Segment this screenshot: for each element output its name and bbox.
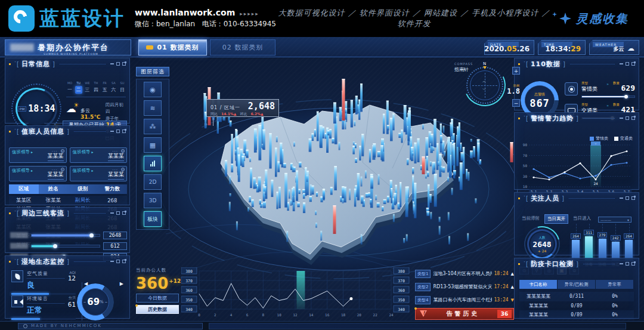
svg-text:380: 380 [398, 269, 405, 274]
svg-text:370: 370 [185, 279, 193, 283]
alert-row[interactable]: 类型1湿地3-104片区有不明人员闯入18:24▲ [415, 269, 514, 279]
alert-row[interactable]: 类型4某路口有小汽车连闯三个红灯13:24▼ [415, 295, 514, 305]
dashboard-header: 暑期办公协作平台 SUMMER WORKING PLATFORM 01 数据类别… [0, 37, 644, 57]
checkpoint-rate: 0% [596, 294, 634, 299]
star-icon [559, 13, 571, 24]
flow-track[interactable] [31, 234, 100, 237]
svg-text:380: 380 [185, 269, 193, 274]
checkpoint-header[interactable]: 卡口名称 [519, 280, 558, 289]
tab-chip-icon [146, 45, 153, 50]
svg-text:14: 14 [309, 313, 314, 317]
building-icon[interactable]: ▦ [144, 137, 162, 153]
today-data-button[interactable]: 今日数据 [136, 294, 179, 303]
mode-3d[interactable]: 3D [144, 193, 162, 208]
weekday-su[interactable]: SU日 [119, 81, 126, 94]
gauge-right-arrow[interactable]: ▶ [120, 281, 123, 286]
duty-leader-card[interactable]: 值班领导 ▸···×某某某 [70, 147, 128, 163]
flow-row: 2648 [10, 230, 127, 240]
tab-data-category-2[interactable]: 02 数据类别 [210, 39, 275, 55]
weekday-mo[interactable]: MO一 [66, 81, 73, 94]
bar[interactable] [572, 240, 580, 260]
focus-tab[interactable]: 当日进入 [571, 214, 593, 224]
signal-icon[interactable]: ≋ [144, 100, 162, 116]
alert-history-banner[interactable]: ! 告警历史 36 [415, 308, 514, 320]
mode-block[interactable]: 板块 [144, 211, 162, 227]
map-tooltip: 01 / 区域一2,648 同比14.1%▲ 环比6.2%▲ [206, 99, 279, 117]
duty-leader-card[interactable]: 值班领导 ▸···×某某某 [9, 166, 67, 181]
chevron-down-icon[interactable]: ﹀ [482, 87, 486, 92]
checkpoint-row[interactable]: 某某某某0/890% [519, 310, 634, 320]
focus-dropdown[interactable]: ———▾ [598, 217, 631, 223]
bar-value: 311 [584, 230, 594, 235]
chart-icon[interactable] [144, 156, 162, 171]
weekday-fr[interactable]: FR五 [101, 81, 109, 94]
gauge-value: 69 [87, 297, 100, 307]
window-controls[interactable] [110, 211, 126, 215]
brand-phone: 电话：010-63334945 [202, 20, 276, 28]
zoom-out-button[interactable]: − [512, 99, 520, 107]
camera-icon[interactable]: ◉ [144, 82, 162, 97]
bar[interactable] [625, 240, 633, 260]
zoom-in-button[interactable]: + [512, 67, 520, 75]
panel-title: 防疫卡口检测 [531, 260, 574, 269]
duty-leader-card[interactable]: 值班领导 ▸···×某某某 [9, 147, 67, 163]
panel-daily-info: ˙[日常信息] PM18:34 MO一TU二WE三TH四FR五SA六SU日 ☀☁… [5, 58, 130, 124]
brand-url[interactable]: www.lanlanwork.com [135, 8, 235, 17]
checkpoint-row[interactable]: 某某某某某0/3110% [519, 292, 634, 301]
panel-alarm-trend: ˙[警情警力趋势] 警情类交通类 9070503010˅245.15.25.35… [514, 112, 639, 190]
window-controls[interactable] [620, 116, 635, 120]
bar[interactable] [585, 236, 593, 260]
focus-gauge: 人数2648+ 24 [524, 226, 560, 262]
expand-icon [631, 116, 635, 120]
air-quality-metric: 空气质量 良 AQI12 [11, 270, 76, 295]
window-controls[interactable] [620, 262, 635, 266]
inspiration-collect[interactable]: 灵感收集 [552, 11, 628, 27]
bar-column: 311 [584, 224, 594, 260]
minimize-icon [620, 198, 623, 199]
focus-tab[interactable]: 当日离开 [544, 214, 568, 224]
svg-text:2: 2 [214, 313, 216, 317]
minimize-icon [110, 63, 114, 64]
svg-text:16: 16 [325, 313, 330, 317]
weekday-tu[interactable]: TU二 [75, 81, 82, 94]
window-controls[interactable] [620, 196, 635, 200]
alert-history-count: 36 [497, 310, 512, 318]
minimize-icon [110, 131, 114, 132]
footer-credit: MADE BY NEHCMMICOK [18, 323, 203, 329]
window-controls[interactable] [110, 129, 126, 133]
arrow-icon: » [606, 82, 609, 86]
layer-filter-toolbar: 图层筛选 ◉≋⁂▦2D3D板块 [136, 67, 169, 230]
office-trend-chart: 0246810121416182022243803803703703603603… [181, 267, 413, 320]
mode-2d[interactable]: 2D [144, 174, 162, 190]
chevron-up-icon[interactable]: ︿ [482, 79, 486, 84]
checkpoint-row[interactable]: 某某某某0/890% [519, 301, 634, 311]
brand-contact: www.lanlanwork.com▸▸▸▸▸ 微信：ben_lanlan 电话… [135, 8, 276, 29]
flow-track[interactable] [31, 245, 100, 248]
weekday-th[interactable]: TH四 [92, 81, 100, 94]
warning-triangle-icon: ! [418, 310, 429, 318]
flow-value: 2648 [103, 232, 127, 239]
panel-checkpoint: ˙[防疫卡口检测] 卡口名称异常/已检测异常率 某某某某某0/3110%某某某某… [514, 258, 639, 319]
history-data-button[interactable]: 历史数据 [136, 305, 179, 314]
maximize-icon [626, 116, 629, 120]
sparkle-icon [552, 12, 557, 17]
window-controls[interactable] [110, 260, 126, 263]
people-icon[interactable]: ⁂ [144, 119, 162, 134]
window-controls[interactable] [620, 62, 635, 66]
checkpoint-header: 异常率 [596, 280, 634, 289]
flow-row: 612 [10, 241, 127, 251]
table-row[interactable]: 某某区张某某副局长268 [9, 196, 127, 205]
svg-text:340: 340 [398, 307, 405, 312]
alert-row[interactable]: 类型2RD13-53烟感报警疑似火灾17:24▲ [415, 282, 514, 292]
window-controls[interactable] [110, 62, 126, 66]
weekday-we[interactable]: WE三 [83, 81, 91, 94]
weekday-sa[interactable]: SA六 [110, 81, 117, 94]
arrows-decoration: ▸▸▸▸▸ [240, 11, 259, 17]
bar-value: 264 [624, 233, 634, 239]
focus-tab[interactable]: 当前滞留 [519, 214, 542, 224]
tab-data-category-1[interactable]: 01 数据类别 [138, 39, 207, 55]
bar[interactable] [599, 239, 606, 260]
duty-leader-card[interactable]: 值班领导 ▸···×某某某 [70, 166, 128, 181]
svg-text:˅: ˅ [595, 141, 597, 145]
svg-text:4: 4 [230, 313, 233, 317]
